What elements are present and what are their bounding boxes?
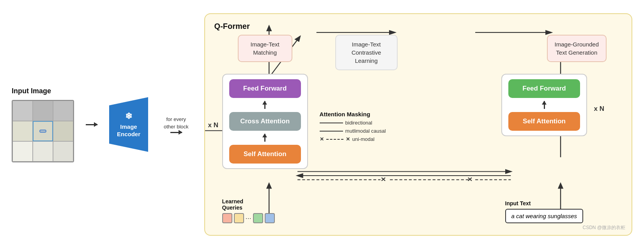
encoder-section: ❄ ImageEncoder — [109, 97, 148, 152]
image-grounded-text: Image-GroundedText Generation — [547, 35, 607, 62]
x-mark-right: ✕ — [346, 136, 350, 142]
image-text-matching: Image-TextMatching — [238, 35, 292, 62]
image-text-contrastive: Image-TextContrastiveLearning — [335, 35, 398, 70]
grid-cell-3 — [53, 101, 73, 121]
token-green — [253, 213, 263, 223]
input-image-label: Input Image — [12, 87, 51, 95]
right-ff-arrow — [544, 101, 545, 109]
image-text-matching-box: Image-TextMatching — [238, 35, 292, 62]
grid-cell-6 — [53, 121, 73, 141]
encoder-arrow — [170, 132, 182, 133]
grid-cell-1 — [12, 101, 33, 121]
diagram-area: Image-TextMatching Image-TextContrastive… — [214, 35, 622, 227]
grid-cell-7 — [12, 141, 33, 162]
grid-cell-9 — [53, 141, 73, 162]
right-self-attention: Self Attention — [508, 112, 580, 131]
for-every-label: for everyother block — [160, 116, 193, 130]
image-encoder: ❄ ImageEncoder — [109, 97, 148, 152]
grid-cell-8 — [33, 141, 53, 162]
input-image-section: Input Image — [12, 87, 74, 162]
main-container: Input Image ❄ ImageEncoder for everyothe… — [0, 0, 644, 249]
x-mark-left: ✕ — [320, 136, 324, 142]
left-feed-forward: Feed Forward — [229, 79, 301, 98]
encoder-label: ImageEncoder — [117, 123, 140, 138]
token-dots: ··· — [246, 214, 251, 222]
watermark: CSDN @微凉的衣柜 — [582, 224, 625, 231]
snowflake-icon: ❄ — [125, 111, 132, 121]
grid-cell-2 — [33, 101, 53, 121]
bidirectional-label: bidirectional — [345, 120, 372, 126]
left-xn-label: x N — [208, 121, 218, 129]
right-xn-label: x N — [594, 105, 604, 113]
learned-queries-label: LearnedQueries — [222, 198, 275, 211]
attention-masking-area: Attention Masking bidirectional mutlimod… — [320, 111, 386, 142]
ff-to-ca-arrow — [264, 101, 265, 109]
image-grounded-box: Image-GroundedText Generation — [547, 35, 607, 62]
bidirectional-line: bidirectional — [320, 120, 386, 126]
input-text-label: Input Text — [505, 200, 583, 206]
right-block-inner: Feed Forward Self Attention — [501, 74, 587, 136]
ca-to-sa-arrow — [264, 134, 265, 142]
attention-masking-title: Attention Masking — [320, 111, 386, 117]
left-self-attention: Self Attention — [229, 145, 301, 164]
multimodal-line: mutlimodal causal — [320, 128, 386, 134]
right-transformer-block: Feed Forward Self Attention x N — [501, 74, 587, 136]
left-cross-attention: Cross Attention — [229, 112, 301, 131]
dashed-line — [326, 139, 343, 140]
unimodal-line: ✕ ✕ uni-modal — [320, 136, 386, 142]
token-pink — [222, 213, 232, 223]
token-yellow — [234, 213, 244, 223]
right-feed-forward: Feed Forward — [508, 79, 580, 98]
qformer-title: Q-Former — [214, 22, 622, 31]
encoder-to-qformer: for everyother block — [160, 116, 193, 133]
multimodal-label: mutlimodal causal — [345, 128, 386, 134]
bidirectional-arrow-line — [320, 123, 343, 123]
left-block-inner: Feed Forward Cross Attention Self Attent… — [222, 74, 308, 169]
learned-queries-section: LearnedQueries ··· — [222, 198, 275, 223]
image-text-contrastive-box: Image-TextContrastiveLearning — [335, 35, 398, 70]
grid-cell-4 — [12, 121, 33, 141]
query-tokens-row: ··· — [222, 213, 275, 223]
unimodal-label: uni-modal — [352, 136, 375, 142]
image-grid — [12, 100, 74, 162]
left-transformer-block: Feed Forward Cross Attention Self Attent… — [222, 74, 308, 169]
input-text-section: Input Text a cat wearing sunglasses — [505, 200, 583, 223]
input-to-encoder-arrow — [86, 124, 97, 125]
input-text-value: a cat wearing sunglasses — [505, 209, 583, 223]
grid-cell-5 — [33, 121, 53, 141]
token-blue — [265, 213, 275, 223]
qformer-box: Q-Former — [204, 13, 632, 236]
multimodal-line-arrow — [320, 131, 343, 132]
